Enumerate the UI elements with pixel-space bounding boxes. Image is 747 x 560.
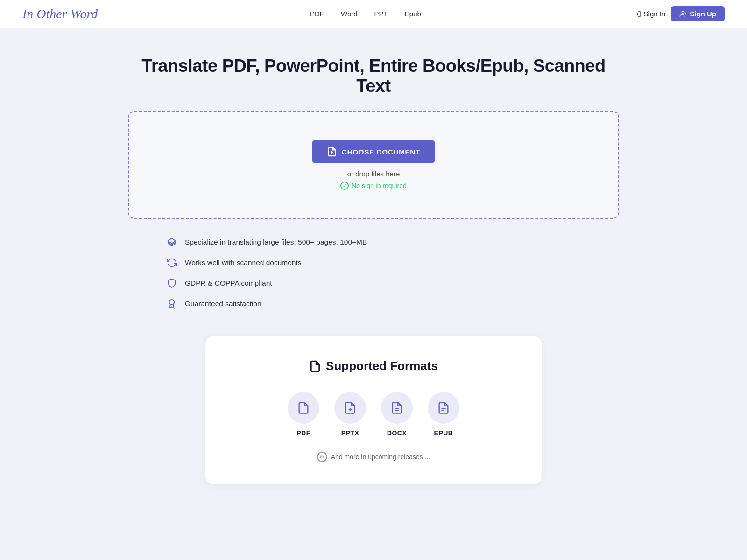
more-icon: ⚙ [317, 452, 327, 462]
format-label-pptx: PPTX [341, 429, 359, 437]
nav-link-word[interactable]: Word [341, 10, 358, 18]
feature-scanned: Works well with scanned documents [165, 256, 619, 269]
choose-document-button[interactable]: CHOOSE DOCUMENT [312, 140, 435, 163]
navbar-actions: Sign In Sign Up [634, 6, 725, 21]
no-signin-notice: No sign in required [148, 182, 599, 190]
document-icon [327, 147, 337, 157]
format-docx: DOCX [381, 392, 413, 437]
file-icon [309, 360, 321, 372]
feature-large-files: Specialize in translating large files: 5… [165, 236, 619, 249]
format-label-docx: DOCX [387, 429, 407, 437]
docx-icon-circle [381, 392, 413, 424]
format-label-epub: EPUB [434, 429, 453, 437]
nav-link-pdf[interactable]: PDF [310, 10, 324, 18]
feature-text-satisfaction: Guaranteed satisfaction [185, 300, 261, 308]
nav-link-epub[interactable]: Epub [405, 10, 421, 18]
feature-text-scanned: Works well with scanned documents [185, 259, 302, 267]
pptx-icon-circle [334, 392, 366, 424]
format-pptx: PPTX [334, 392, 366, 437]
formats-title: Supported Formats [224, 359, 523, 373]
user-plus-icon [679, 10, 687, 18]
feature-gdpr: GDPR & COPPA compliant [165, 277, 619, 290]
feature-satisfaction: Guaranteed satisfaction [165, 297, 619, 310]
pdf-icon-circle [288, 392, 319, 424]
format-epub: EPUB [428, 392, 459, 437]
navbar: In Other Word PDF Word PPT Epub Sign In … [0, 0, 747, 28]
nav-link-ppt[interactable]: PPT [374, 10, 388, 18]
svg-point-2 [169, 300, 175, 305]
nav-links: PDF Word PPT Epub [310, 10, 421, 18]
feature-text-large-files: Specialize in translating large files: 5… [185, 238, 367, 246]
brand-logo[interactable]: In Other Word [22, 7, 98, 21]
signin-button[interactable]: Sign In [634, 10, 666, 18]
feature-text-gdpr: GDPR & COPPA compliant [185, 279, 272, 287]
formats-card: Supported Formats PDF [205, 336, 542, 484]
hero-title: Translate PDF, PowerPoint, Entire Books/… [128, 56, 619, 96]
drop-zone[interactable]: CHOOSE DOCUMENT or drop files here No si… [128, 111, 619, 219]
epub-icon-circle [428, 392, 459, 424]
format-pdf: PDF [288, 392, 319, 437]
formats-grid: PDF PPTX [224, 392, 523, 437]
check-icon [340, 182, 349, 190]
features-list: Specialize in translating large files: 5… [128, 236, 619, 310]
more-formats-notice: ⚙ And more in upcoming releases ... [224, 452, 523, 462]
drop-hint: or drop files here [148, 170, 599, 178]
refresh-icon [165, 256, 178, 269]
shield-icon [165, 277, 178, 290]
scale-icon [165, 236, 178, 249]
main-content: Translate PDF, PowerPoint, Entire Books/… [117, 28, 630, 503]
format-label-pdf: PDF [296, 429, 310, 437]
award-icon [165, 297, 178, 310]
signin-icon [634, 10, 641, 18]
signup-button[interactable]: Sign Up [671, 6, 725, 21]
